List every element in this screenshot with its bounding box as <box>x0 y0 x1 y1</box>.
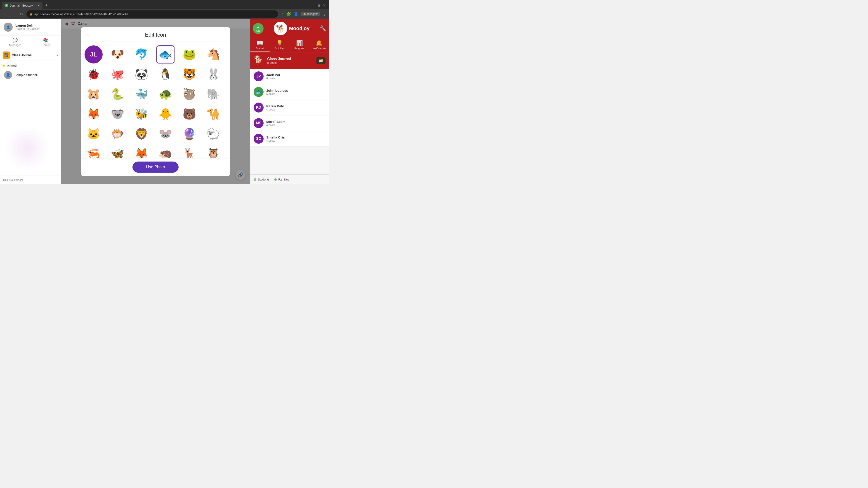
settings-button[interactable]: 🔧 <box>320 25 327 32</box>
sample-student-item[interactable]: 👤 Sample Student <box>3 70 58 80</box>
close-tab-button[interactable]: ✕ <box>37 4 40 7</box>
close-button[interactable]: ✕ <box>323 4 326 7</box>
goat-emoji[interactable]: 🐑 <box>204 125 222 143</box>
owl-emoji[interactable]: 🦉 <box>204 145 222 158</box>
dolphin-emoji[interactable]: 🐬 <box>132 45 151 64</box>
class-icon: 📓 <box>3 52 10 59</box>
student-avatar-sc: SC <box>254 134 264 144</box>
modal-back-button[interactable]: ← <box>86 32 90 38</box>
student-list-item-kd[interactable]: KD Karen Dale 4 posts <box>250 100 329 116</box>
bee-emoji[interactable]: 🐝 <box>132 105 151 123</box>
class-selector[interactable]: 📓 Class Journal ▾ <box>0 49 61 61</box>
menu-button[interactable]: ⋮ <box>323 12 327 16</box>
new-tab-button[interactable]: + <box>43 3 50 8</box>
sidebar-content: ★ Pinned 👤 Sample Student <box>0 61 61 175</box>
incognito-icon: 🕵 <box>303 12 306 15</box>
shrimp-emoji[interactable]: 🦐 <box>85 145 103 158</box>
activities-nav-item[interactable]: 💡 Activities <box>270 38 290 52</box>
library-icon: 📚 <box>43 38 48 43</box>
butterfly-emoji[interactable]: 🦋 <box>108 145 127 158</box>
horse-emoji[interactable]: 🐴 <box>204 45 222 64</box>
notifications-nav-item[interactable]: 🔔 Notifications <box>309 38 329 52</box>
camel-emoji[interactable]: 🐪 <box>204 105 222 123</box>
penguin-emoji[interactable]: 🐧 <box>156 65 175 84</box>
use-photo-button[interactable]: Use Photo <box>132 162 179 173</box>
student-posts-sc: 4 posts <box>266 139 285 142</box>
refresh-button[interactable]: ↻ <box>19 11 24 17</box>
extensions-button[interactable]: 🧩 <box>287 12 291 16</box>
incognito-button[interactable]: 🕵 Incognito <box>301 12 320 16</box>
student-list-item-jl[interactable]: 🐟 John Louises 5 posts <box>250 84 329 100</box>
student-posts-ms: 4 posts <box>266 124 285 127</box>
modal-header: ← Edit Icon <box>81 27 230 42</box>
notifications-nav-icon: 🔔 <box>316 40 322 46</box>
plus-icon: + <box>257 25 259 30</box>
restore-button[interactable]: ⧉ <box>318 4 320 7</box>
student-list-item-sc[interactable]: SC Shiella Cris 4 posts <box>250 131 329 147</box>
student-name-jl: John Louises <box>266 89 288 92</box>
snake-emoji[interactable]: 🐍 <box>108 85 127 103</box>
octopus-emoji[interactable]: 🐙 <box>108 65 127 84</box>
fish-emoji[interactable]: 🐟 <box>156 45 175 64</box>
frog-emoji[interactable]: 🐸 <box>180 45 198 64</box>
tab-controls: — ⧉ ✕ <box>312 4 327 7</box>
student-list-item-jp[interactable]: JP Jack Pot 6 posts <box>250 69 329 84</box>
active-tab[interactable]: S Journal - Seesaw ✕ <box>2 2 42 9</box>
families-label: Families <box>278 178 289 181</box>
pinned-text: Pinned <box>7 64 17 67</box>
class-journal-item[interactable]: 🐕 Class Journal 8 posts 📁 <box>250 53 329 69</box>
sloth-emoji[interactable]: 🦥 <box>180 85 198 103</box>
url-bar[interactable]: 🔒 app.seesaw.me/#/class/class.e01bf4c2-9… <box>26 10 278 18</box>
panda-emoji[interactable]: 🐼 <box>132 65 151 84</box>
rabbit-emoji[interactable]: 🐰 <box>204 65 222 84</box>
journal-nav-item[interactable]: 📖 Journal <box>250 38 270 52</box>
families-footer-button[interactable]: ⊕ Families <box>274 177 289 182</box>
ladybug-emoji[interactable]: 🐞 <box>85 65 103 84</box>
hedgehog-emoji[interactable]: 🦔 <box>156 145 175 158</box>
lion-emoji[interactable]: 🦁 <box>132 125 151 143</box>
initials-option[interactable]: JL <box>85 45 103 64</box>
whale-emoji[interactable]: 🐳 <box>132 85 151 103</box>
students-label: Students <box>258 178 270 181</box>
class-chevron-icon: ▾ <box>57 54 58 57</box>
tiger-emoji[interactable]: 🐯 <box>180 65 198 84</box>
fox2-emoji[interactable]: 🦊 <box>132 145 151 158</box>
star-icon: ★ <box>3 64 5 67</box>
class-journal-thumbnail: 🐕 <box>254 55 265 66</box>
student-info-kd: Karen Dale 4 posts <box>266 104 284 111</box>
library-tab[interactable]: 📚 Library <box>31 35 61 49</box>
elephant-emoji[interactable]: 🐘 <box>204 85 222 103</box>
chick-emoji[interactable]: 🐥 <box>156 105 175 123</box>
koala-emoji[interactable]: 🐨 <box>108 105 127 123</box>
profile-button[interactable]: 👤 <box>294 12 298 16</box>
right-footer: ⊕ Students ⊕ Families <box>250 174 329 184</box>
messages-tab[interactable]: 💬 Messages <box>0 35 31 49</box>
cat-emoji[interactable]: 🐱 <box>85 125 103 143</box>
modal-scroll-area[interactable]: JL 🐶 🐬 🐟 🐸 🐴 🐞 🐙 🐼 🐧 🐯 🐰 🐹 🐍 <box>81 42 230 158</box>
forward-nav-button[interactable]: → <box>11 11 16 17</box>
favicon: S <box>4 4 8 7</box>
billiard-emoji[interactable]: 🔮 <box>180 125 198 143</box>
turtle-emoji[interactable]: 🐢 <box>156 85 175 103</box>
modal-footer: Use Photo <box>81 158 230 176</box>
deer-emoji[interactable]: 🦌 <box>180 145 198 158</box>
bear-emoji[interactable]: 🐻 <box>180 105 198 123</box>
back-nav-button[interactable]: ← <box>3 11 8 17</box>
fox-emoji[interactable]: 🦊 <box>85 105 103 123</box>
journal-folder-button[interactable]: 📁 <box>316 57 326 64</box>
student-list-item-ms[interactable]: MS Mordi Seem 4 posts <box>250 116 329 131</box>
hamster-emoji[interactable]: 🐹 <box>85 85 103 103</box>
student-avatar-jl: 🐟 <box>254 87 264 97</box>
modal-title: Edit Icon <box>145 32 166 38</box>
dog-emoji[interactable]: 🐶 <box>108 45 127 64</box>
mouse-emoji[interactable]: 🐭 <box>156 125 175 143</box>
journal-nav-label: Journal <box>256 47 264 50</box>
progress-nav-item[interactable]: 📊 Progress <box>289 38 309 52</box>
students-footer-button[interactable]: ⊕ Students <box>254 177 270 182</box>
bookmark-button[interactable]: ☆ <box>281 12 284 16</box>
left-sidebar: 👤 Lauren Deli Teacher - 2 Classes 💬 Mess… <box>0 19 61 184</box>
add-button[interactable]: + Add <box>253 23 264 34</box>
blowfish-emoji[interactable]: 🐡 <box>108 125 127 143</box>
progress-nav-icon: 📊 <box>296 40 303 46</box>
minimize-button[interactable]: — <box>312 4 315 7</box>
